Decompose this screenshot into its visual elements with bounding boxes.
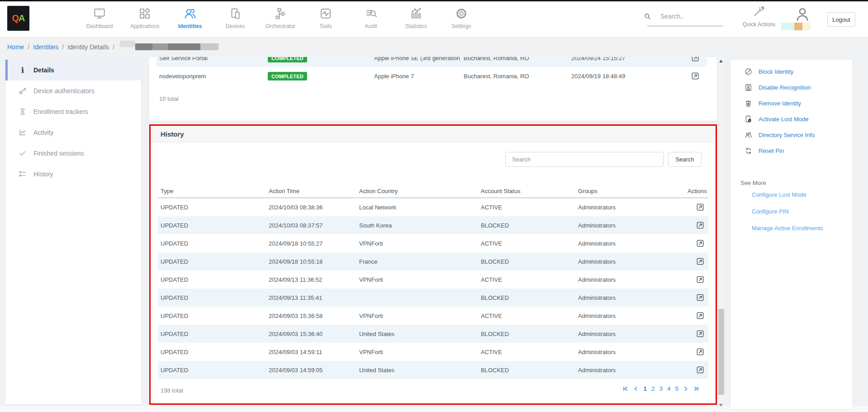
block-identity-link[interactable]: Block Identity bbox=[730, 64, 852, 80]
sidebar-item-history[interactable]: History bbox=[5, 164, 141, 185]
prev-page-icon[interactable] bbox=[633, 386, 639, 392]
nav-item-applications[interactable]: Applications bbox=[122, 3, 167, 35]
table-row: UPDATED 2024/09/03 14:59:11 VPNForti ACT… bbox=[157, 343, 708, 361]
page-number[interactable]: 5 bbox=[675, 385, 678, 392]
search-underline bbox=[647, 26, 723, 26]
disable-recognition-link[interactable]: Disable Recognition bbox=[730, 80, 852, 95]
status-badge: COMPLETED bbox=[268, 72, 307, 81]
cell-time: 2024/09/03 14:59:05 bbox=[266, 367, 356, 374]
cell-groups: Administrators bbox=[575, 204, 688, 211]
cell-status: BLOCKED bbox=[478, 367, 575, 374]
list-icon bbox=[18, 170, 27, 179]
nav-item-tools[interactable]: Tools bbox=[303, 3, 348, 35]
app-logo[interactable]: QA bbox=[7, 6, 29, 31]
remove-identity-link[interactable]: Remove Identity bbox=[730, 95, 852, 111]
open-details-icon[interactable] bbox=[696, 365, 705, 374]
cell-type: UPDATED bbox=[157, 258, 266, 265]
cell-status: ACTIVE bbox=[478, 313, 575, 319]
quick-actions-button[interactable]: Quick Actions bbox=[741, 5, 777, 28]
scroll-up-arrow-icon[interactable] bbox=[719, 60, 723, 62]
table-row: UPDATED 2024/09/03 15:36:58 VPNForti ACT… bbox=[157, 307, 708, 325]
cell-country: United States bbox=[356, 367, 478, 374]
history-search-input[interactable] bbox=[505, 152, 664, 167]
cell-status: BLOCKED bbox=[478, 258, 575, 265]
nav-item-dashboard[interactable]: Dashboard bbox=[77, 3, 122, 35]
sidebar-item-label: Finished sessions bbox=[33, 150, 84, 157]
open-details-icon[interactable] bbox=[696, 275, 705, 284]
cell-status: ACTIVE bbox=[478, 204, 575, 211]
col-action-country: Action Country bbox=[356, 188, 478, 194]
person-icon bbox=[794, 6, 811, 23]
table-row: UPDATED 2024/09/03 15:36:40 United State… bbox=[157, 325, 708, 343]
cell-time: 2024/09/03 15:36:40 bbox=[266, 331, 356, 337]
nav-item-orchestrator[interactable]: Orchestrator bbox=[258, 3, 303, 35]
nav-item-identities[interactable]: Identities bbox=[167, 3, 213, 35]
nav-item-label: Orchestrator bbox=[266, 23, 296, 29]
sidebar-item-finished-sessions[interactable]: Finished sessions bbox=[5, 143, 141, 164]
cell-groups: Administrators bbox=[575, 258, 688, 265]
action-link-label: Reset Pin bbox=[759, 147, 784, 154]
action-link-label: Activate Lost Mode bbox=[759, 116, 809, 123]
cell-country: VPNForti bbox=[356, 313, 478, 319]
scrollbar-thumb[interactable] bbox=[718, 309, 724, 395]
devices-icon bbox=[228, 7, 242, 20]
sidebar-item-device-authenticators[interactable]: Device authenticators bbox=[5, 81, 141, 101]
last-page-icon[interactable] bbox=[693, 386, 699, 392]
logout-button[interactable]: Logout bbox=[827, 12, 855, 27]
open-details-icon[interactable] bbox=[696, 293, 705, 302]
global-search-input[interactable]: Search.. bbox=[660, 13, 684, 20]
nav-item-statistics[interactable]: Statistics bbox=[394, 3, 439, 35]
reset-pin-link[interactable]: Reset Pin bbox=[730, 143, 852, 159]
directory-service-info-link[interactable]: Directory Service Info bbox=[730, 127, 852, 143]
page-number[interactable]: 2 bbox=[651, 385, 655, 392]
next-page-icon[interactable] bbox=[683, 386, 689, 392]
window-top-strip bbox=[0, 0, 868, 1]
open-details-icon[interactable] bbox=[696, 257, 705, 266]
activate-lost-mode-link[interactable]: Activate Lost Mode bbox=[730, 111, 852, 127]
nav-item-settings[interactable]: Settings bbox=[439, 3, 484, 35]
cell-status: BLOCKED bbox=[478, 331, 575, 337]
cell-country: VPNForti bbox=[356, 240, 478, 247]
nav-item-audit[interactable]: Audit bbox=[348, 3, 394, 35]
user-avatar[interactable] bbox=[794, 6, 811, 23]
sidebar-item-enrollment-trackers[interactable]: Enrollment trackers bbox=[5, 101, 141, 122]
sidebar-item-activity[interactable]: Activity bbox=[5, 122, 141, 143]
nav-item-label: Identities bbox=[178, 23, 202, 29]
sidebar-item-label: Enrollment trackers bbox=[33, 108, 88, 115]
session-name: nsdeveloponprem bbox=[156, 73, 265, 80]
open-details-icon[interactable] bbox=[696, 203, 705, 212]
col-type: Type bbox=[157, 188, 266, 194]
page-number[interactable]: 1 bbox=[643, 385, 647, 392]
breadcrumb-identities-link[interactable]: Identities bbox=[33, 43, 58, 51]
configure-lost-mode-link[interactable]: Configure Lost Mode bbox=[730, 186, 852, 203]
scroll-down-arrow-icon[interactable] bbox=[719, 404, 723, 407]
main-scrollbar[interactable] bbox=[718, 57, 724, 409]
page-number[interactable]: 4 bbox=[667, 385, 671, 392]
orchestrator-icon bbox=[274, 7, 287, 20]
first-page-icon[interactable] bbox=[622, 386, 628, 392]
cell-groups: Administrators bbox=[575, 313, 688, 319]
people-icon bbox=[744, 131, 753, 139]
configure-pin-link[interactable]: Configure PIN bbox=[730, 203, 852, 220]
open-details-icon[interactable] bbox=[691, 71, 700, 81]
open-details-icon[interactable] bbox=[696, 329, 705, 338]
col-groups: Groups bbox=[575, 188, 688, 194]
page-number[interactable]: 3 bbox=[659, 385, 663, 392]
nav-item-label: Applications bbox=[130, 23, 160, 29]
session-time: 2024/09/19 18:48:49 bbox=[568, 73, 683, 80]
open-details-icon[interactable] bbox=[696, 347, 705, 356]
nav-item-devices[interactable]: Devices bbox=[213, 3, 258, 35]
open-details-icon[interactable] bbox=[696, 311, 705, 320]
open-details-icon[interactable] bbox=[696, 239, 705, 248]
open-details-icon[interactable] bbox=[696, 221, 705, 230]
statistics-icon bbox=[409, 7, 423, 20]
breadcrumb-home-link[interactable]: Home bbox=[7, 43, 24, 51]
history-table-header: Type Action Time Action Country Account … bbox=[157, 185, 708, 198]
history-section-title: History bbox=[151, 130, 184, 138]
history-search-button[interactable]: Search bbox=[668, 152, 702, 167]
manage-active-enrollments-link[interactable]: Manage Active Enrollments bbox=[730, 220, 852, 237]
refresh-icon bbox=[744, 147, 753, 155]
table-row: UPDATED 2024/09/18 10:55:27 VPNForti ACT… bbox=[157, 234, 708, 252]
sidebar-item-details[interactable]: i Details bbox=[5, 60, 141, 81]
cell-type: UPDATED bbox=[157, 367, 266, 374]
